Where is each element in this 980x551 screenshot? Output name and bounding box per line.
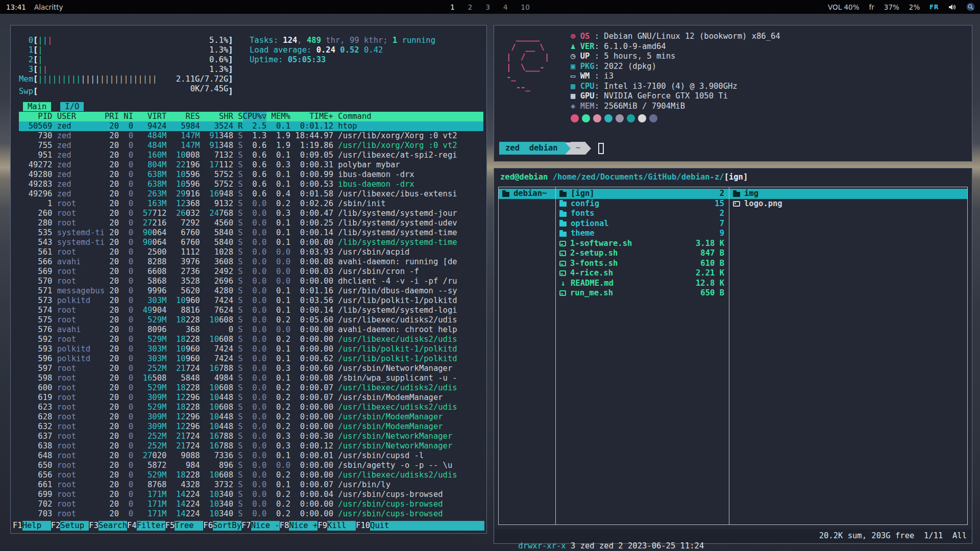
terminal-cursor[interactable]: [598, 143, 604, 154]
fkey-label-setup[interactable]: Setup: [60, 521, 89, 531]
fkey-label-sortby[interactable]: SortBy: [213, 521, 241, 531]
tab-io[interactable]: I/O: [60, 102, 84, 111]
process-row[interactable]: 619 root 20 0 309M 12296 10448 S 0.0 0.2…: [19, 393, 483, 403]
process-row[interactable]: 574 root 20 0 49904 8816 7624 S 0.0 0.1 …: [19, 306, 483, 315]
process-row[interactable]: 648 root 20 0 27020 9088 7336 S 0.0 0.1 …: [19, 451, 483, 461]
file-row-readme-md[interactable]: ↓README.md12.8 K: [556, 279, 729, 289]
process-row[interactable]: 951 zed 20 0 160M 10008 7132 S 0.6 0.1 0…: [19, 151, 483, 160]
fkey-f10[interactable]: F10: [356, 521, 370, 531]
fkey-f1[interactable]: F1: [13, 521, 22, 531]
file-row-debian-[interactable]: debian~: [499, 189, 555, 199]
cpu-usage-indicator[interactable]: 2%: [909, 3, 920, 11]
miller-columns: debian~ [ign]2config15fonts2optional7the…: [498, 187, 968, 525]
fkey-label-nice[interactable]: Nice -: [251, 521, 280, 531]
process-row[interactable]: 598 root 20 0 16508 5848 4984 S 0.0 0.1 …: [19, 373, 483, 383]
fkey-label-kill[interactable]: Kill: [327, 521, 356, 531]
fkey-f9[interactable]: F9: [317, 521, 327, 531]
file-row-4-rice-sh[interactable]: 4-rice.sh2.21 K: [556, 268, 729, 279]
keyboard-layout-indicator[interactable]: fr: [869, 3, 874, 11]
process-row[interactable]: 576 avahi 20 0 8096 368 0 S 0.0 0.0 0:00…: [19, 325, 483, 335]
file-name: 1-software.sh: [570, 239, 632, 249]
process-row[interactable]: 702 root 20 0 171M 14224 10340 S 0.0 0.2…: [19, 499, 483, 509]
process-row[interactable]: 592 root 20 0 529M 18228 10608 S 0.0 0.2…: [19, 335, 483, 344]
process-row[interactable]: 280 root 20 0 27216 7292 4560 S 0.0 0.1 …: [19, 218, 483, 228]
process-row[interactable]: 623 root 20 0 529M 18228 10608 S 0.0 0.2…: [19, 403, 483, 412]
process-row[interactable]: 596 polkitd 20 0 303M 10960 7424 S 0.0 0…: [19, 354, 483, 364]
file-row-logo-png[interactable]: logo.png: [729, 199, 967, 209]
process-row[interactable]: 49283 zed 20 0 638M 10596 5752 S 0.6 0.1…: [19, 180, 483, 189]
htop-content: 0[|||5.1%] 1[|1.3%] 2[|0.6%] 3[||1.3%]Me…: [11, 26, 486, 533]
process-row[interactable]: 535 systemd-ti 20 0 90064 6760 5840 S 0.…: [19, 228, 483, 238]
process-row[interactable]: 570 root 20 0 5868 3528 2696 S 0.0 0.0 0…: [19, 277, 483, 286]
workspace-2[interactable]: 2: [468, 3, 473, 11]
process-row[interactable]: 566 avahi 20 0 8288 3976 3608 S 0.0 0.0 …: [19, 257, 483, 267]
process-row[interactable]: 561 root 20 0 2500 1112 1028 S 0.0 0.0 0…: [19, 247, 483, 257]
process-row[interactable]: 656 root 20 0 529M 18228 10608 S 0.0 0.2…: [19, 470, 483, 480]
workspace-10[interactable]: 10: [521, 3, 530, 11]
volume-indicator[interactable]: VOL 40%: [828, 3, 859, 11]
process-row[interactable]: 49280 zed 20 0 638M 10596 5752 S 0.6 0.1…: [19, 170, 483, 180]
speaker-icon[interactable]: [948, 4, 957, 11]
file-row-3-fonts-sh[interactable]: 3-fonts.sh610 B: [556, 259, 729, 269]
fkey-f5[interactable]: F5: [165, 521, 175, 531]
fkey-f2[interactable]: F2: [51, 521, 61, 531]
process-row[interactable]: 597 root 20 0 252M 21724 16788 S 0.0 0.3…: [19, 364, 483, 373]
fkey-f6[interactable]: F6: [203, 521, 213, 531]
process-row[interactable]: 730 zed 20 0 484M 147M 91348 S 1.3 1.9 1…: [19, 131, 483, 141]
process-row[interactable]: 575 root 20 0 529M 18228 10608 S 0.0 0.2…: [19, 315, 483, 325]
process-row[interactable]: 699 root 20 0 171M 14224 10340 S 0.0 0.2…: [19, 490, 483, 499]
process-row[interactable]: 650 root 20 0 5872 984 896 S 0.0 0.0 0:0…: [19, 461, 483, 470]
process-row[interactable]: 49272 zed 20 0 804M 22196 17112 S 0.6 0.…: [19, 160, 483, 170]
process-row[interactable]: 543 systemd-ti 20 0 90064 6760 5840 S 0.…: [19, 238, 483, 247]
process-row[interactable]: 49296 zed 20 0 263M 29916 16948 S 0.6 0.…: [19, 189, 483, 199]
file-row-config[interactable]: config15: [556, 199, 729, 209]
process-row[interactable]: 661 root 20 0 8768 4328 3732 S 0.0 0.1 0…: [19, 480, 483, 490]
process-row[interactable]: 1 root 20 0 163M 12368 9132 S 0.0 0.2 0:…: [19, 199, 483, 209]
tab-main[interactable]: Main: [23, 102, 51, 111]
file-row-optional[interactable]: optional7: [556, 219, 729, 229]
fkey-f7[interactable]: F7: [241, 521, 251, 531]
fkey-f8[interactable]: F8: [280, 521, 289, 531]
language-indicator[interactable]: FR: [929, 4, 939, 11]
fkey-label-nice[interactable]: Nice +: [289, 521, 317, 531]
process-row[interactable]: 600 root 20 0 529M 18228 10608 S 0.0 0.2…: [19, 383, 483, 393]
process-table-header[interactable]: PID USER PRI NI VIRT RES SHR SCPU%▽ MEM%…: [19, 112, 483, 121]
process-row[interactable]: 573 polkitd 20 0 303M 10960 7424 S 0.0 0…: [19, 296, 483, 306]
file-row-img[interactable]: img: [729, 189, 967, 199]
fkey-label-quit[interactable]: Quit: [370, 521, 484, 531]
directory-summary: 20.2K sum, 203G free 1/11 All: [819, 531, 967, 541]
fkey-label-search[interactable]: Search: [99, 521, 127, 531]
file-status-text: drwxr-xr-x 3 zed zed 2 2023-06-25 11:24 …: [499, 531, 967, 541]
process-row[interactable]: 755 zed 20 0 484M 147M 91348 S 0.6 1.9 1…: [19, 141, 483, 151]
process-row[interactable]: 628 root 20 0 309M 12296 10448 S 0.0 0.2…: [19, 412, 483, 422]
workspace-4[interactable]: 4: [503, 3, 508, 11]
fkey-label-tree[interactable]: Tree: [175, 521, 203, 531]
process-row[interactable]: 703 root 20 0 171M 14224 10340 S 0.0 0.2…: [19, 509, 483, 519]
workspace-1[interactable]: 1: [450, 3, 455, 11]
file-row-fonts[interactable]: fonts2: [556, 209, 729, 219]
fkey-f4[interactable]: F4: [127, 521, 137, 531]
process-row[interactable]: 571 messagebus 20 0 9996 5620 4280 S 0.0…: [19, 286, 483, 296]
file-row-2-setup-sh[interactable]: 2-setup.sh847 B: [556, 248, 729, 259]
process-row[interactable]: 569 root 20 0 6608 2736 2492 S 0.0 0.0 0…: [19, 267, 483, 277]
breadcrumb-path[interactable]: /home/zed/Documents/GitHub/debian-z/: [553, 172, 724, 182]
fkey-label-help[interactable]: Help: [22, 521, 51, 531]
process-row[interactable]: 638 root 20 0 252M 21724 16788 S 0.0 0.3…: [19, 441, 483, 451]
file-row-1-software-sh[interactable]: 1-software.sh3.18 K: [556, 239, 729, 249]
file-name: 2-setup.sh: [570, 248, 618, 259]
header-sort-column-cpu[interactable]: CPU%▽: [243, 112, 267, 121]
process-row[interactable]: 632 root 20 0 309M 12296 10448 S 0.0 0.2…: [19, 422, 483, 432]
workspace-3[interactable]: 3: [485, 3, 490, 11]
file-row-theme[interactable]: theme9: [556, 229, 729, 239]
process-row[interactable]: 50569 zed 20 0 9424 5984 3524 R 2.5 0.1 …: [19, 121, 483, 131]
fkey-label-filter[interactable]: Filter: [137, 521, 165, 531]
process-row[interactable]: 637 root 20 0 252M 21724 16788 S 0.0 0.3…: [19, 432, 483, 441]
info-label: OS: [580, 32, 595, 41]
screenshot-tool-icon[interactable]: [966, 3, 975, 11]
process-row[interactable]: 593 polkitd 20 0 303M 10960 7424 S 0.0 0…: [19, 344, 483, 354]
file-row-run-me-sh[interactable]: run_me.sh650 B: [556, 288, 729, 298]
process-row[interactable]: 260 root 20 0 57712 26032 24768 S 0.0 0.…: [19, 209, 483, 218]
disk-usage-indicator[interactable]: 37%: [884, 3, 899, 11]
fkey-f3[interactable]: F3: [89, 521, 99, 531]
file-row--ign-[interactable]: [ign]2: [556, 189, 729, 199]
